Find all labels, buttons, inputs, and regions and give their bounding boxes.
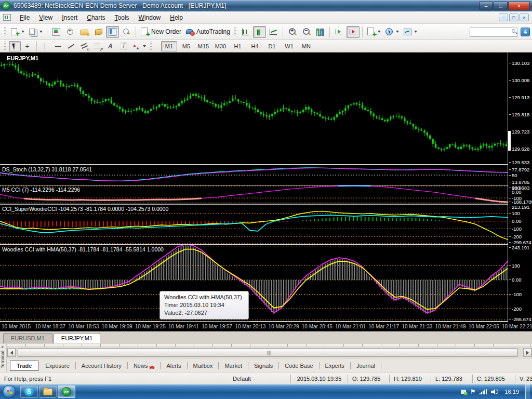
zoom-in-button[interactable]: [286, 26, 299, 38]
navigator-button[interactable]: [78, 26, 91, 38]
taskbar-mt4-button[interactable]: ee: [58, 385, 75, 398]
menu-insert[interactable]: Insert: [57, 12, 82, 23]
time-scale[interactable]: 10 Mar 201510 Mar 18:3710 Mar 18:5310 Ma…: [0, 322, 532, 331]
horizontal-line-button[interactable]: [52, 41, 64, 51]
text-button[interactable]: [104, 41, 116, 51]
taskbar-explorer-button[interactable]: [39, 385, 57, 398]
chart-tab-eurusd-m1[interactable]: EURUSD,M1: [3, 333, 52, 343]
toolbar-grip[interactable]: [150, 42, 152, 51]
terminal-tab-account-history[interactable]: Account History: [77, 361, 126, 370]
timeframe-d1[interactable]: D1: [264, 41, 280, 51]
timeframe-h4[interactable]: H4: [247, 41, 263, 51]
terminal-tab-mailbox[interactable]: Mailbox: [189, 361, 218, 370]
vertical-line-button[interactable]: [39, 41, 51, 51]
timeframe-m15[interactable]: M15: [195, 41, 211, 51]
terminal-tab-trade[interactable]: Trade: [10, 361, 38, 371]
ds-stoch-panel[interactable]: DS_Stoch (13,32,7) 31.8118 27.0541: [0, 165, 508, 185]
profiles-button[interactable]: [27, 26, 44, 38]
timeframe-m5[interactable]: M5: [178, 41, 194, 51]
data-window-button[interactable]: [64, 26, 77, 38]
periods-button[interactable]: [383, 26, 401, 38]
terminal-tab-experts[interactable]: Experts: [321, 361, 349, 370]
scroll-right-button[interactable]: [523, 348, 531, 357]
autotrading-button[interactable]: AutoTrading: [184, 26, 232, 38]
superwoodie-cci-panel[interactable]: CCI_SuperWoodieCCI -104.2573 -81.1784 0.…: [0, 205, 508, 244]
terminal-tab-code-base[interactable]: Code Base: [280, 361, 317, 370]
mdi-restore-button[interactable]: □: [509, 14, 518, 21]
chart-tab-eurjpy-m1[interactable]: EURJPY,M1: [54, 333, 100, 343]
chevron-down-icon: [39, 31, 43, 33]
close-button[interactable]: ×: [508, 2, 530, 10]
mdi-close-button[interactable]: ×: [520, 14, 529, 21]
search-icon[interactable]: [512, 29, 515, 33]
m5-cci-panel[interactable]: M5 CCI (7) -114.2296 -114.2296: [0, 185, 508, 204]
menu-file[interactable]: File: [15, 12, 34, 23]
text-label-button[interactable]: [117, 41, 129, 51]
auto-scroll-button[interactable]: [332, 26, 345, 38]
terminal-button[interactable]: [92, 26, 105, 38]
timeframe-mn[interactable]: MN: [298, 41, 314, 51]
terminal-side-label: Terminal: [0, 351, 5, 368]
timeframe-h1[interactable]: H1: [230, 41, 246, 51]
arrows-button[interactable]: [130, 41, 148, 51]
terminal-tab-news[interactable]: News99: [129, 361, 159, 370]
menu-charts[interactable]: Charts: [82, 12, 110, 23]
new-chart-button[interactable]: [9, 26, 26, 38]
menu-window[interactable]: Window: [134, 12, 166, 23]
terminal-tab-exposure[interactable]: Exposure: [41, 361, 74, 370]
market-watch-button[interactable]: [50, 26, 63, 38]
timeframe-m30[interactable]: M30: [212, 41, 229, 51]
woodies-cci-panel[interactable]: Woodies CCI with HMA(50,37) -81.1784 -81…: [0, 245, 508, 321]
fibonacci-button[interactable]: [91, 41, 103, 51]
price-chart-panel[interactable]: EURJPY,M1: [0, 52, 508, 164]
volume-icon[interactable]: [491, 389, 498, 395]
scroll-left-button[interactable]: [7, 348, 16, 357]
channel-button[interactable]: [78, 41, 90, 51]
status-profile[interactable]: Default: [229, 375, 291, 383]
show-desktop-button[interactable]: [525, 384, 530, 399]
action-center-flag-icon[interactable]: ⚑: [470, 388, 476, 395]
zoom-out-button[interactable]: [300, 26, 313, 38]
tile-windows-button[interactable]: [314, 26, 327, 38]
axis-label: 100: [512, 210, 520, 216]
candlestick-button[interactable]: [253, 26, 266, 38]
network-signal-icon[interactable]: [480, 389, 487, 394]
chart-window-icon[interactable]: [3, 14, 11, 21]
toolbar-grip[interactable]: [234, 27, 236, 36]
menu-help[interactable]: Help: [165, 12, 188, 23]
new-order-button[interactable]: New Order: [139, 26, 183, 38]
strategy-tester-button[interactable]: [120, 26, 133, 38]
cursor-button[interactable]: [9, 41, 21, 51]
chat-button[interactable]: 4: [521, 28, 530, 36]
toolbar-grip[interactable]: [4, 27, 6, 36]
bar-chart-button[interactable]: [239, 26, 252, 38]
terminal-tab-market[interactable]: Market: [220, 361, 247, 370]
usb-device-icon[interactable]: [461, 390, 466, 394]
terminal-tab-signals[interactable]: Signals: [249, 361, 277, 370]
crosshair-button[interactable]: [22, 41, 34, 51]
search-input[interactable]: [470, 28, 517, 37]
horizontal-scrollbar[interactable]: [7, 348, 532, 357]
terminal-close-button[interactable]: ×: [1, 345, 4, 350]
maximize-button[interactable]: □: [494, 2, 508, 10]
taskbar-clock[interactable]: 16:19: [504, 389, 519, 395]
trendline-button[interactable]: [65, 41, 77, 51]
minimize-button[interactable]: –: [479, 2, 493, 10]
mdi-minimize-button[interactable]: –: [499, 14, 508, 21]
timeframe-m1[interactable]: M1: [161, 41, 177, 51]
terminal-tab-journal[interactable]: Journal: [352, 361, 380, 370]
indicators-button[interactable]: [365, 26, 382, 38]
toolbar-grip[interactable]: [4, 42, 6, 51]
menu-tools[interactable]: Tools: [110, 12, 134, 23]
price-scale[interactable]: 130.103130.008129.913129.818129.723129.6…: [508, 52, 532, 322]
chart-shift-button[interactable]: [347, 26, 360, 38]
templates-button[interactable]: [402, 26, 419, 38]
timeframe-w1[interactable]: W1: [281, 41, 297, 51]
toolbox-button[interactable]: [106, 26, 119, 38]
menu-view[interactable]: View: [34, 12, 57, 23]
taskbar-skype-button[interactable]: S: [20, 385, 38, 398]
terminal-tab-alerts[interactable]: Alerts: [162, 361, 185, 370]
start-button[interactable]: [3, 385, 16, 398]
line-chart-button[interactable]: [267, 26, 280, 38]
scrollbar-thumb[interactable]: [18, 348, 518, 357]
